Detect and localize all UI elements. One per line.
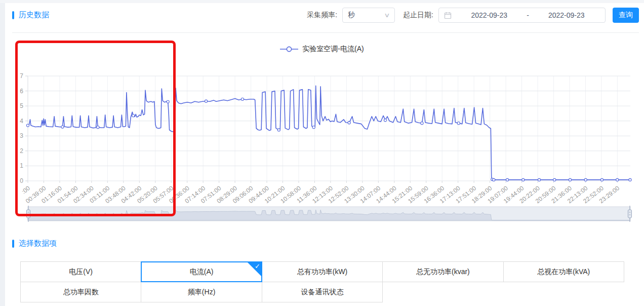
data-item-label: 总有功功率(kW) — [297, 267, 348, 277]
start-date-value: 2022-09-23 — [456, 11, 523, 19]
calendar-icon — [444, 12, 452, 19]
data-item-label: 总功率因数 — [63, 288, 99, 297]
query-button[interactable]: 查询 — [613, 8, 639, 23]
data-item-电流(A)[interactable]: 电流(A)✓ — [141, 261, 262, 282]
svg-text:0: 0 — [20, 177, 23, 184]
legend-item[interactable]: 实验室空调-电流(A) — [0, 45, 644, 54]
data-item-label: 电流(A) — [190, 267, 214, 277]
datazoom-left-handle[interactable] — [25, 206, 31, 222]
select-data-title: 选择数据项 — [19, 239, 57, 248]
data-item-label: 总无功功率(kvar) — [416, 267, 470, 277]
legend-label: 实验室空调-电流(A) — [302, 45, 364, 54]
top-edge-strip — [0, 0, 644, 3]
header-divider — [12, 32, 639, 33]
data-item-总视在功率(kVA)[interactable]: 总视在功率(kVA) — [503, 261, 624, 282]
check-icon: ✓ — [255, 262, 260, 270]
page: { "colors": { "accent": "#1890ff", "seri… — [0, 0, 644, 306]
svg-text:7: 7 — [20, 72, 23, 80]
data-item-总有功功率(kW)[interactable]: 总有功功率(kW) — [262, 261, 383, 282]
data-item-频率(Hz)[interactable]: 频率(Hz) — [141, 282, 262, 302]
date-range-label: 起止日期: — [403, 11, 433, 20]
freq-select[interactable]: 秒 ∨ — [342, 8, 395, 23]
svg-text:5: 5 — [20, 102, 23, 109]
history-section-header: 历史数据 — [12, 10, 49, 20]
data-item-label: 电压(V) — [69, 267, 93, 277]
data-item-总功率因数[interactable]: 总功率因数 — [20, 282, 141, 302]
date-separator: - — [523, 11, 533, 19]
legend-line-circle-icon — [280, 46, 298, 53]
datazoom-slider[interactable] — [28, 207, 630, 221]
data-item-设备通讯状态[interactable]: 设备通讯状态 — [262, 282, 383, 302]
freq-label: 采集频率: — [307, 11, 337, 20]
data-item-label: 总视在功率(kVA) — [537, 267, 590, 277]
data-item-总无功功率(kvar)[interactable]: 总无功功率(kvar) — [382, 261, 503, 282]
date-range-picker[interactable]: 2022-09-23 - 2022-09-23 — [438, 8, 606, 23]
select-data-section-header: 选择数据项 — [12, 239, 57, 248]
toolbar: 采集频率: 秒 ∨ 起止日期: 2022-09-23 - 2022-09-23 … — [307, 8, 639, 23]
history-accent-bar — [12, 11, 14, 19]
svg-text:1: 1 — [20, 162, 23, 169]
svg-text:4: 4 — [20, 118, 23, 125]
data-item-label: 频率(Hz) — [188, 288, 215, 297]
svg-text:2: 2 — [20, 147, 23, 155]
select-data-accent-bar — [12, 240, 14, 248]
data-item-电压(V)[interactable]: 电压(V) — [20, 261, 141, 282]
end-date-value: 2022-09-23 — [533, 11, 600, 19]
history-chart[interactable]: 01234567:0000:39:0001:16:0001:54:0002:34… — [0, 35, 644, 228]
svg-text:6: 6 — [20, 88, 23, 95]
freq-select-value: 秒 — [348, 11, 355, 20]
svg-text::00: :00 — [20, 184, 31, 196]
svg-text:3: 3 — [20, 132, 23, 139]
chevron-down-icon: ∨ — [384, 12, 390, 19]
data-item-label: 设备通讯状态 — [301, 288, 343, 297]
datazoom-right-handle[interactable] — [626, 206, 632, 222]
page-title: 历史数据 — [19, 10, 49, 20]
